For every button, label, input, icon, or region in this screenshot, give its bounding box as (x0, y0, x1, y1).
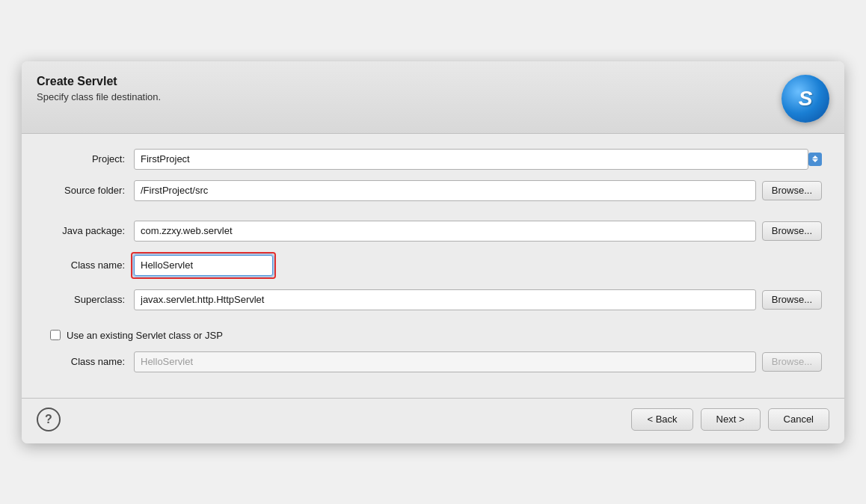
superclass-input[interactable] (134, 289, 756, 310)
class-name2-row: Class name: Browse... (44, 351, 822, 372)
java-package-control: Browse... (134, 221, 822, 242)
browse-source-button[interactable]: Browse... (762, 181, 822, 200)
separator1 (44, 212, 822, 221)
select-arrow-icon (808, 153, 822, 166)
create-servlet-dialog: Create Servlet Specify class file destin… (22, 61, 844, 443)
project-select[interactable]: FirstProject (134, 149, 808, 170)
separator2 (44, 321, 822, 330)
class-name-input[interactable] (134, 255, 273, 276)
arrow-down-icon (812, 159, 818, 162)
superclass-row: Superclass: Browse... (44, 289, 822, 310)
class-name-highlight (131, 252, 276, 279)
class-name-label: Class name: (44, 259, 134, 271)
help-button[interactable]: ? (37, 408, 61, 431)
source-folder-control: Browse... (134, 180, 822, 201)
project-row: Project: FirstProject (44, 149, 822, 170)
dialog-subtitle: Specify class file destination. (37, 91, 161, 102)
source-folder-input[interactable] (134, 180, 756, 201)
source-folder-label: Source folder: (44, 185, 134, 196)
superclass-control: Browse... (134, 289, 822, 310)
java-package-input[interactable] (134, 221, 756, 242)
class-name-control (134, 252, 822, 279)
source-folder-row: Source folder: Browse... (44, 180, 822, 201)
superclass-label: Superclass: (44, 294, 134, 305)
dialog-title: Create Servlet (37, 75, 161, 88)
browse-package-button[interactable]: Browse... (762, 221, 822, 241)
class-name2-input[interactable] (134, 351, 756, 372)
dialog-body: Project: FirstProject Source folder: Bro (22, 134, 844, 398)
dialog-header: Create Servlet Specify class file destin… (22, 61, 844, 134)
next-button[interactable]: Next > (701, 408, 761, 431)
servlet-icon: S (781, 75, 829, 123)
project-label: Project: (44, 153, 134, 165)
checkbox-row: Use an existing Servlet class or JSP (44, 330, 822, 341)
class-name2-label: Class name: (44, 356, 134, 367)
java-package-row: Java package: Browse... (44, 221, 822, 242)
class-name2-control: Browse... (134, 351, 822, 372)
project-control: FirstProject (134, 149, 822, 170)
browse-class2-button[interactable]: Browse... (762, 352, 822, 372)
arrow-up-icon (812, 156, 818, 159)
back-button[interactable]: < Back (631, 408, 693, 431)
header-text: Create Servlet Specify class file destin… (37, 75, 161, 102)
icon-letter: S (799, 87, 813, 111)
project-select-wrap: FirstProject (134, 149, 822, 170)
checkbox-wrap: Use an existing Servlet class or JSP (44, 330, 223, 341)
cancel-button[interactable]: Cancel (768, 408, 829, 431)
footer-buttons: < Back Next > Cancel (631, 408, 829, 431)
browse-superclass-button[interactable]: Browse... (762, 290, 822, 310)
dialog-footer: ? < Back Next > Cancel (22, 398, 844, 443)
class-name-row: Class name: (44, 252, 822, 279)
existing-servlet-checkbox[interactable] (50, 330, 61, 340)
java-package-label: Java package: (44, 225, 134, 236)
checkbox-text: Use an existing Servlet class or JSP (67, 330, 223, 341)
